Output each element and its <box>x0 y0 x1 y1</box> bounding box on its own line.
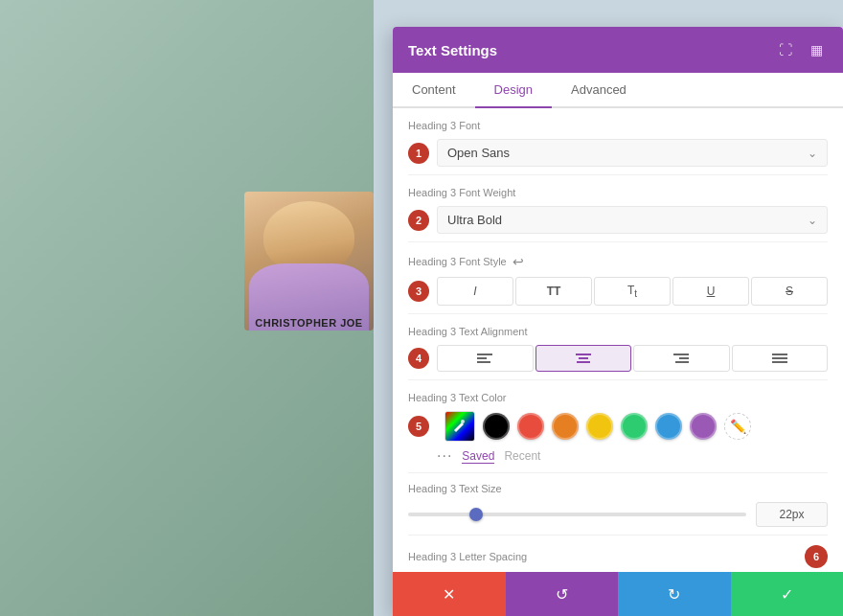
text-size-track[interactable] <box>408 513 746 516</box>
settings-panel: Text Settings ⛶ ▦ Content Design Advance… <box>393 27 843 616</box>
background-area: CHRISTOPHER JOE <box>0 0 374 616</box>
letter-spacing-label: Heading 3 Letter Spacing <box>408 551 527 562</box>
panel-footer: ✕ ↺ ↻ ✓ <box>393 572 843 616</box>
letter-spacing-header: Heading 3 Letter Spacing 6 <box>408 545 828 568</box>
tab-content[interactable]: Content <box>393 73 475 108</box>
font-style-label: Heading 3 Font Style <box>408 256 507 267</box>
reset-icon: ↺ <box>556 585 568 604</box>
color-tab-saved[interactable]: Saved <box>462 449 494 464</box>
cancel-button[interactable]: ✕ <box>393 572 506 616</box>
italic-btn[interactable]: I <box>437 277 513 306</box>
align-left-btn[interactable] <box>437 345 534 372</box>
panel-title: Text Settings <box>408 42 497 58</box>
text-align-label: Heading 3 Text Alignment <box>408 326 828 337</box>
strikethrough-btn[interactable]: S <box>751 277 828 306</box>
redo-button[interactable]: ↻ <box>618 572 731 616</box>
underline-btn[interactable]: U <box>672 277 749 306</box>
text-size-thumb[interactable] <box>469 508 483 521</box>
font-weight-select[interactable]: Ultra Bold <box>447 213 808 227</box>
text-size-slider-row <box>408 502 828 527</box>
smallcap-btn[interactable]: Tt <box>594 277 671 306</box>
tabs-bar: Content Design Advanced <box>393 73 843 108</box>
font-weight-row: 2 Ultra Bold ⌄ <box>408 206 828 234</box>
panel-body[interactable]: Heading 3 Font 1 Open Sans ⌄ Heading 3 F… <box>393 108 843 572</box>
header-icons: ⛶ ▦ <box>774 38 828 61</box>
more-colors-btn[interactable]: ··· <box>437 447 452 465</box>
person-photo <box>244 192 374 331</box>
reset-button[interactable]: ↺ <box>506 572 619 616</box>
align-justify-btn[interactable] <box>732 345 829 372</box>
color-tab-recent[interactable]: Recent <box>504 449 540 463</box>
font-select[interactable]: Open Sans <box>447 146 808 160</box>
font-weight-section: Heading 3 Font Weight 2 Ultra Bold ⌄ <box>408 175 828 242</box>
font-section: Heading 3 Font 1 Open Sans ⌄ <box>408 108 828 175</box>
badge-2: 2 <box>408 210 429 231</box>
font-style-header: Heading 3 Font Style ↩ <box>408 254 828 269</box>
badge-5: 5 <box>408 416 429 437</box>
text-align-section: Heading 3 Text Alignment 4 <box>408 314 828 380</box>
redo-icon: ↻ <box>668 585 680 604</box>
font-weight-select-row: Ultra Bold ⌄ <box>437 206 828 234</box>
layout-icon[interactable]: ▦ <box>805 38 828 61</box>
align-center-btn[interactable] <box>535 345 632 372</box>
save-button[interactable]: ✓ <box>731 572 844 616</box>
badge-6: 6 <box>805 545 828 568</box>
cancel-icon: ✕ <box>443 585 455 604</box>
fullscreen-icon[interactable]: ⛶ <box>774 38 797 61</box>
color-tabs-row: ··· Saved Recent <box>408 447 828 465</box>
letter-spacing-section: Heading 3 Letter Spacing 6 <box>408 536 828 572</box>
font-weight-select-arrow: ⌄ <box>808 214 817 227</box>
align-buttons <box>437 345 828 372</box>
color-red[interactable] <box>517 413 544 440</box>
font-select-arrow: ⌄ <box>808 147 817 160</box>
badge-4: 4 <box>408 348 429 369</box>
text-size-section: Heading 3 Text Size <box>408 473 828 536</box>
person-name: CHRISTOPHER JOE <box>244 317 374 329</box>
panel-header: Text Settings ⛶ ▦ <box>393 27 843 73</box>
color-blue[interactable] <box>655 413 682 440</box>
text-size-input[interactable] <box>756 502 828 527</box>
tab-advanced[interactable]: Advanced <box>552 73 646 108</box>
font-style-row: 3 I TT Tt U S <box>408 277 828 306</box>
font-label: Heading 3 Font <box>408 120 828 131</box>
tab-design[interactable]: Design <box>475 73 552 108</box>
color-picker-btn[interactable] <box>444 411 475 442</box>
font-style-reset-icon[interactable]: ↩ <box>513 254 524 269</box>
color-green[interactable] <box>621 413 648 440</box>
badge-3: 3 <box>408 281 429 302</box>
badge-1: 1 <box>408 143 429 164</box>
text-align-row: 4 <box>408 345 828 372</box>
color-purple[interactable] <box>690 413 717 440</box>
color-orange[interactable] <box>552 413 579 440</box>
font-style-buttons: I TT Tt U S <box>437 277 828 306</box>
svg-point-12 <box>461 420 465 423</box>
font-style-section: Heading 3 Font Style ↩ 3 I TT Tt U S <box>408 242 828 314</box>
color-black[interactable] <box>483 413 510 440</box>
color-row: 5 ✏️ <box>408 411 828 442</box>
text-size-label: Heading 3 Text Size <box>408 483 828 494</box>
text-color-section: Heading 3 Text Color 5 ✏️ ··· Saved Rece… <box>408 380 828 473</box>
text-color-label: Heading 3 Text Color <box>408 392 828 403</box>
color-yellow[interactable] <box>586 413 613 440</box>
align-right-btn[interactable] <box>633 345 730 372</box>
save-icon: ✓ <box>781 585 793 604</box>
color-pencil-btn[interactable]: ✏️ <box>724 413 751 440</box>
font-weight-label: Heading 3 Font Weight <box>408 187 828 198</box>
font-select-row: Open Sans ⌄ <box>437 139 828 167</box>
font-row: 1 Open Sans ⌄ <box>408 139 828 167</box>
bold-tt-btn[interactable]: TT <box>515 277 592 306</box>
